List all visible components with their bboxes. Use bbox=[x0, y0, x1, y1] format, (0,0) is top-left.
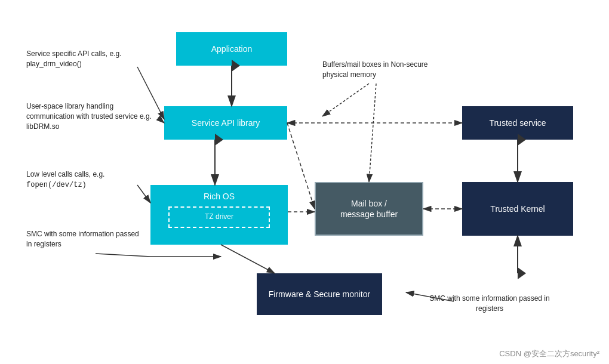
service-api-label: Service API library bbox=[192, 118, 260, 128]
trusted-kernel-label: Trusted Kernel bbox=[490, 203, 545, 214]
diagram: Application Service API library Rich OS … bbox=[0, 0, 609, 364]
firmware-box: Firmware & Secure monitor bbox=[257, 273, 382, 315]
user-space-label: User-space library handling communicatio… bbox=[26, 101, 160, 131]
svg-line-17 bbox=[287, 123, 315, 209]
low-level-label: Low level calls calls, e.g.fopen(/dev/tz… bbox=[26, 169, 160, 190]
trusted-service-label: Trusted service bbox=[489, 118, 546, 128]
smc-left-label: SMC with some information passed in regi… bbox=[26, 229, 146, 249]
application-box: Application bbox=[176, 32, 287, 66]
svg-line-22 bbox=[369, 84, 376, 182]
mailbox-label: Mail box /message buffer bbox=[340, 198, 398, 220]
svg-line-12 bbox=[96, 254, 150, 257]
trusted-kernel-box: Trusted Kernel bbox=[462, 182, 573, 236]
tz-driver-box: TZ driver bbox=[168, 206, 270, 228]
rich-os-box: Rich OS TZ driver bbox=[150, 185, 288, 245]
svg-line-8 bbox=[160, 119, 164, 123]
buffers-label: Buffers/mail boxes in Non-secure physica… bbox=[322, 60, 454, 80]
svg-line-13 bbox=[221, 245, 275, 273]
svg-line-21 bbox=[322, 84, 369, 116]
watermark: CSDN @安全二次方security² bbox=[499, 348, 599, 359]
api-calls-label: Service specific API calls, e.g. play_dr… bbox=[26, 49, 164, 69]
rich-os-label: Rich OS bbox=[204, 191, 235, 202]
tz-driver-label: TZ driver bbox=[205, 212, 233, 222]
application-label: Application bbox=[211, 44, 253, 54]
smc-right-label: SMC with some information passed in regi… bbox=[418, 294, 561, 314]
trusted-service-box: Trusted service bbox=[462, 106, 573, 140]
service-api-box: Service API library bbox=[164, 106, 287, 140]
mailbox-box: Mail box /message buffer bbox=[315, 182, 423, 236]
firmware-label: Firmware & Secure monitor bbox=[269, 289, 370, 300]
